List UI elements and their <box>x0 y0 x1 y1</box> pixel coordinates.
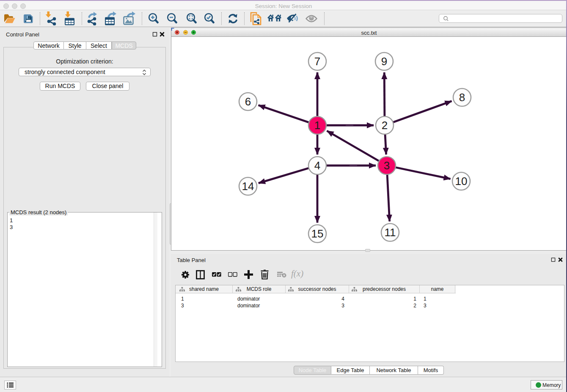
svg-text:10: 10 <box>455 175 468 188</box>
svg-text:4: 4 <box>314 159 320 172</box>
svg-text:11: 11 <box>385 226 396 239</box>
svg-text:3: 3 <box>384 159 390 172</box>
svg-text:7: 7 <box>314 55 320 68</box>
svg-text:1: 1 <box>314 119 320 132</box>
svg-text:14: 14 <box>242 180 254 193</box>
svg-text:15: 15 <box>311 227 324 240</box>
svg-text:8: 8 <box>459 91 465 104</box>
svg-text:9: 9 <box>381 55 387 68</box>
svg-text:2: 2 <box>382 119 388 132</box>
svg-text:6: 6 <box>245 95 251 108</box>
